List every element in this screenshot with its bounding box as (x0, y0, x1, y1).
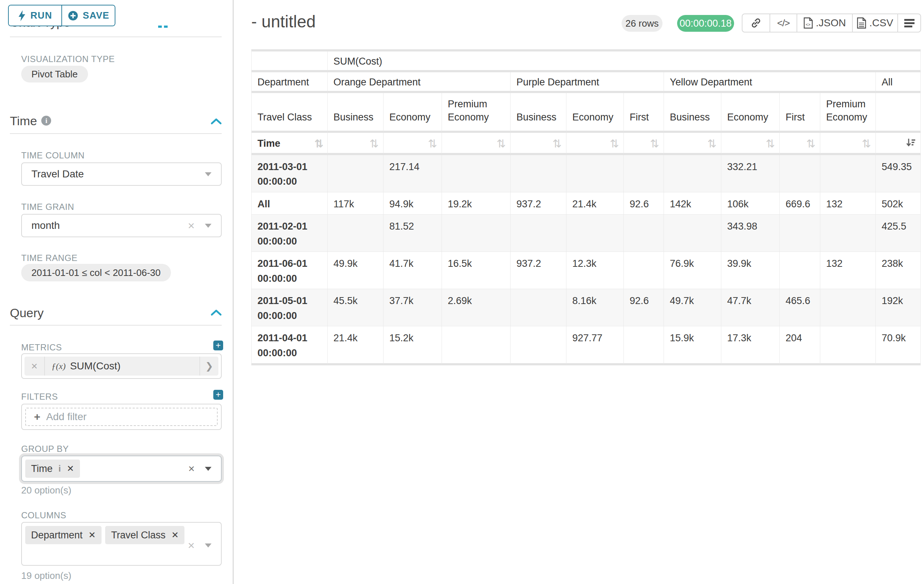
code-icon: </> (777, 18, 790, 29)
caret-down-icon (205, 467, 211, 471)
chip-label: Time (31, 463, 53, 474)
sort-icon[interactable]: ⇅ (708, 137, 716, 150)
column-sort-cell[interactable]: ⇅ (328, 133, 383, 155)
column-sort-cell[interactable]: ⇅ (820, 133, 876, 155)
section-divider (10, 36, 222, 37)
value-cell (624, 252, 664, 289)
time-dimension-sort-cell[interactable]: Time⇅ (252, 133, 328, 155)
save-button[interactable]: SAVE (62, 5, 115, 26)
column-leaf-header (876, 93, 921, 133)
chart-type-collapse-icon[interactable] (158, 26, 162, 28)
time-dimension-label: Time (257, 138, 280, 149)
sort-icon[interactable]: ⇅ (807, 137, 815, 150)
column-leaf-header: Business (664, 93, 721, 133)
value-cell: 192k (876, 289, 921, 326)
add-filter-label: Add filter (46, 411, 87, 423)
clear-icon[interactable]: × (188, 463, 195, 474)
time-section-label: Time (10, 114, 37, 128)
column-group-header: Purple Department (511, 72, 664, 93)
remove-chip-icon[interactable]: ✕ (171, 530, 178, 540)
value-cell: 425.5 (876, 215, 921, 252)
value-cell (780, 215, 820, 252)
export-json-button[interactable]: <> .JSON (797, 14, 852, 32)
sort-icon[interactable]: ⇅ (862, 137, 871, 150)
time-grain-label: TIME GRAIN (21, 202, 74, 212)
export-csv-label: .CSV (869, 17, 893, 29)
column-sort-cell[interactable]: ⇅ (511, 133, 566, 155)
add-metric-button[interactable]: + (213, 341, 223, 350)
columns-chip-department[interactable]: Department ✕ (25, 526, 102, 544)
query-section-title: Query (10, 306, 44, 320)
chart-type-collapse-icon[interactable] (164, 26, 168, 28)
sort-descending-icon[interactable] (906, 137, 916, 148)
time-grain-value: month (22, 220, 60, 231)
add-filter-plus-button[interactable]: + (213, 390, 223, 400)
value-cell: 549.35 (876, 155, 921, 192)
value-cell: 8.16k (566, 289, 624, 326)
copy-link-button[interactable] (742, 14, 769, 32)
value-cell: 92.6 (624, 289, 664, 326)
value-cell (820, 155, 876, 192)
column-group-header: Yellow Department (664, 72, 876, 93)
visualization-type-label: VISUALIZATION TYPE (21, 54, 115, 64)
value-cell (442, 155, 511, 192)
columns-select[interactable]: Department ✕ Travel Class ✕ × (21, 522, 222, 566)
columns-options-hint: 19 option(s) (21, 570, 71, 581)
metrics-control: × ƒ(x) SUM(Cost) ❯ (21, 353, 222, 379)
time-range-pill[interactable]: 2011-01-01 ≤ col < 2011-06-30 (21, 264, 171, 281)
column-sort-cell[interactable]: ⇅ (442, 133, 511, 155)
sort-icon[interactable]: ⇅ (428, 137, 437, 150)
group-by-select[interactable]: Time i ✕ × (21, 456, 222, 482)
time-section-collapse-icon[interactable] (210, 118, 222, 125)
sort-icon[interactable]: ⇅ (610, 137, 619, 150)
pivot-corner-cell (252, 51, 328, 72)
value-cell: 204 (780, 326, 820, 365)
value-cell: 465.6 (780, 289, 820, 326)
menu-button[interactable] (898, 14, 920, 32)
column-sort-cell[interactable]: ⇅ (780, 133, 820, 155)
time-column-select[interactable]: Travel Date (21, 163, 222, 186)
sort-icon[interactable]: ⇅ (553, 137, 562, 150)
time-grain-select[interactable]: month × (21, 214, 222, 237)
group-by-chip-time[interactable]: Time i ✕ (25, 459, 80, 478)
columns-chip-travel-class[interactable]: Travel Class ✕ (105, 526, 185, 544)
value-cell: 937.2 (511, 192, 566, 215)
remove-metric-icon[interactable]: × (25, 357, 45, 375)
remove-chip-icon[interactable]: ✕ (67, 464, 74, 474)
column-sort-cell[interactable]: ⇅ (383, 133, 442, 155)
value-cell (511, 155, 566, 192)
query-timer-badge: 00:00:00.18 (677, 15, 734, 32)
metric-chip[interactable]: × ƒ(x) SUM(Cost) ❯ (25, 357, 218, 375)
export-button-group: </> <> .JSON .CSV (742, 13, 921, 33)
chevron-right-icon[interactable]: ❯ (200, 357, 218, 375)
clear-icon[interactable]: × (188, 220, 195, 231)
value-cell (511, 289, 566, 326)
travel-class-dimension-label: Travel Class (252, 93, 328, 133)
group-by-options-hint: 20 option(s) (21, 485, 71, 496)
column-leaf-header: Business (511, 93, 566, 133)
sort-icon[interactable]: ⇅ (650, 137, 659, 150)
column-sort-cell[interactable]: ⇅ (721, 133, 780, 155)
remove-chip-icon[interactable]: ✕ (88, 530, 96, 540)
sort-icon[interactable]: ⇅ (314, 137, 323, 150)
add-filter-button[interactable]: + Add filter (25, 408, 218, 426)
column-leaf-header: Business (328, 93, 383, 133)
export-csv-button[interactable]: .CSV (852, 14, 898, 32)
value-cell (624, 326, 664, 365)
query-section-collapse-icon[interactable] (210, 309, 222, 316)
column-sort-cell[interactable]: ⇅ (664, 133, 721, 155)
columns-label: COLUMNS (21, 510, 66, 520)
run-button[interactable]: RUN (9, 5, 62, 26)
visualization-type-pill[interactable]: Pivot Table (21, 66, 88, 82)
value-cell: 927.77 (566, 326, 624, 365)
clear-icon[interactable]: × (188, 540, 195, 551)
column-sort-cell[interactable]: ⇅ (624, 133, 664, 155)
column-sort-cell[interactable] (876, 133, 921, 155)
value-cell: 332.21 (721, 155, 780, 192)
sort-icon[interactable]: ⇅ (766, 137, 775, 150)
sort-icon[interactable]: ⇅ (497, 137, 506, 150)
view-query-button[interactable]: </> (769, 14, 797, 32)
chart-title[interactable]: - untitled (251, 12, 315, 31)
column-sort-cell[interactable]: ⇅ (566, 133, 624, 155)
sort-icon[interactable]: ⇅ (370, 137, 379, 150)
